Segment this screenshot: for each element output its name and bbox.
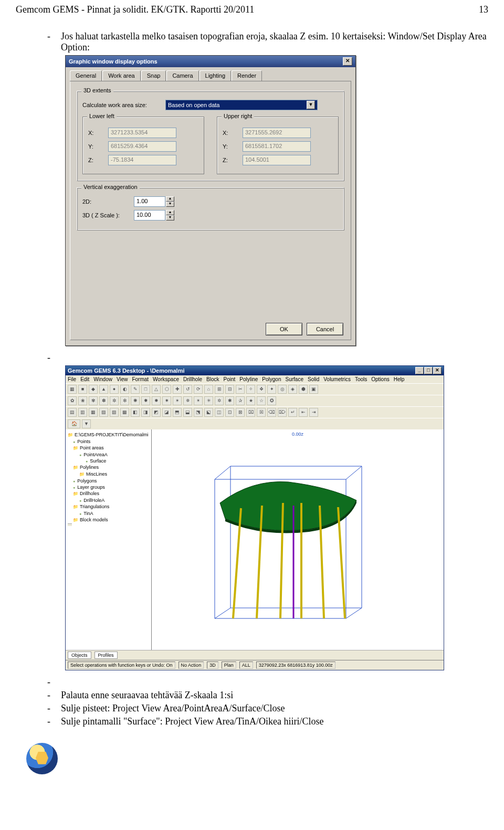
toolbar-icon[interactable]: ☒: [257, 408, 266, 417]
menu-tools[interactable]: Tools: [355, 376, 367, 382]
ll-x-field[interactable]: 3271233.5354: [108, 128, 176, 138]
toolbar-icon[interactable]: ☆: [257, 396, 266, 405]
project-tree[interactable]: E:\GEMS-PROJEKTIT\Demomalmi Points Point…: [66, 429, 152, 650]
menu-drillhole[interactable]: Drillhole: [183, 376, 202, 382]
toolbar-icon[interactable]: ⌧: [246, 408, 255, 417]
close-icon[interactable]: ✕: [433, 367, 442, 374]
tree-item[interactable]: TinA: [68, 510, 149, 517]
ok-button[interactable]: OK: [266, 323, 302, 335]
toolbar-icon[interactable]: ◩: [152, 408, 161, 417]
toolbar-icon[interactable]: ⊡: [225, 408, 234, 417]
toolbar-icon[interactable]: ⬒: [173, 408, 182, 417]
menu-point[interactable]: Point: [224, 376, 236, 382]
tab-objects[interactable]: Objects: [68, 652, 91, 659]
tree-item[interactable]: Point areas: [68, 445, 149, 451]
tree-item[interactable]: Block models: [68, 517, 149, 523]
chevron-down-icon[interactable]: ▼: [307, 101, 315, 109]
toolbar-icon[interactable]: ◈: [288, 385, 297, 394]
toolbar-icon[interactable]: ▣: [309, 385, 318, 394]
toolbar-icon[interactable]: ⟳: [194, 385, 203, 394]
menu-workspace[interactable]: Workspace: [153, 376, 179, 382]
tree-root[interactable]: E:\GEMS-PROJEKTIT\Demomalmi: [68, 432, 149, 438]
ll-y-field[interactable]: 6815259.4364: [108, 141, 176, 152]
menu-edit[interactable]: Edit: [80, 376, 89, 382]
toolbar-icon[interactable]: ⇥: [309, 408, 318, 417]
toolbar-icon[interactable]: ◫: [215, 408, 224, 417]
toolbar-icon[interactable]: ▦: [89, 408, 98, 417]
toolbar-icon[interactable]: ✹: [141, 396, 150, 405]
twod-spinner[interactable]: ▲▼: [166, 196, 174, 207]
minimize-icon[interactable]: _: [415, 367, 424, 374]
tree-item[interactable]: Polygons: [68, 478, 149, 484]
toolbar-icon[interactable]: ⌦: [278, 408, 287, 417]
tree-item[interactable]: PointAreaA: [68, 451, 149, 458]
toolbar-icon[interactable]: △: [152, 385, 161, 394]
toolbar-icon[interactable]: ▲: [99, 385, 108, 394]
toolbar-icon[interactable]: ▨: [110, 408, 119, 417]
toolbar-icon[interactable]: 🏠: [68, 419, 80, 428]
toolbar-icon[interactable]: ▥: [78, 408, 87, 417]
toolbar-icon[interactable]: ✪: [267, 396, 276, 405]
menu-view[interactable]: View: [117, 376, 128, 382]
toolbar-icon[interactable]: ❖: [257, 385, 266, 394]
toolbar-icon[interactable]: ◨: [141, 408, 150, 417]
close-icon[interactable]: ✕: [343, 57, 352, 66]
toolbar-icon[interactable]: ▤: [68, 408, 77, 417]
toolbar-icon[interactable]: ✎: [131, 385, 140, 394]
tree-item[interactable]: Points: [68, 438, 149, 445]
toolbar-icon[interactable]: ❀: [78, 396, 87, 405]
toolbar-icon[interactable]: ✼: [110, 396, 119, 405]
toolbar-icon[interactable]: ✵: [183, 396, 192, 405]
toolbar-icon[interactable]: ✸: [152, 396, 161, 405]
maximize-icon[interactable]: □: [424, 367, 433, 374]
toolbar-icon[interactable]: ✺: [131, 396, 140, 405]
tab-work-area[interactable]: Work area: [102, 70, 141, 81]
menu-file[interactable]: File: [68, 376, 76, 382]
menu-volumetrics[interactable]: Volumetrics: [323, 376, 351, 382]
toolbar-icon[interactable]: ⬡: [162, 385, 171, 394]
menu-polygon[interactable]: Polygon: [262, 376, 281, 382]
toolbar-icon[interactable]: ↺: [183, 385, 192, 394]
viewport-3d[interactable]: 0.00z: [152, 429, 444, 650]
twod-field[interactable]: 1.00: [134, 196, 165, 207]
toolbar-icon[interactable]: ⬢: [299, 385, 308, 394]
menu-polyline[interactable]: Polyline: [239, 376, 258, 382]
toolbar-icon[interactable]: ●: [110, 385, 119, 394]
tab-general[interactable]: General: [70, 70, 102, 81]
toolbar-icon[interactable]: ✿: [68, 396, 77, 405]
menu-format[interactable]: Format: [132, 376, 149, 382]
toolbar-icon[interactable]: ▦: [68, 385, 77, 394]
tree-item[interactable]: Polylines: [68, 464, 149, 471]
toolbar-icon[interactable]: ◎: [278, 385, 287, 394]
toolbar-icon[interactable]: ▩: [120, 408, 129, 417]
menu-window[interactable]: Window: [93, 376, 112, 382]
tree-item[interactable]: Triangulations: [68, 503, 149, 510]
menu-block[interactable]: Block: [206, 376, 219, 382]
threed-spinner[interactable]: ▲▼: [166, 210, 174, 220]
tab-profiles[interactable]: Profiles: [94, 652, 118, 659]
toolbar-icon[interactable]: ✽: [99, 396, 108, 405]
toolbar-icon[interactable]: ✱: [225, 396, 234, 405]
toolbar-icon[interactable]: ⌫: [267, 408, 276, 417]
toolbar-icon[interactable]: ⊞: [215, 385, 224, 394]
toolbar-icon[interactable]: ✻: [120, 396, 129, 405]
menu-solid[interactable]: Solid: [308, 376, 319, 382]
toolbar-icon[interactable]: ⊠: [236, 408, 245, 417]
toolbar-icon[interactable]: ◆: [89, 385, 98, 394]
toolbar-icon[interactable]: ✶: [173, 396, 182, 405]
tree-item[interactable]: Surface: [68, 458, 149, 464]
toolbar-icon[interactable]: ★: [246, 396, 255, 405]
toolbar-icon[interactable]: ⇤: [299, 408, 308, 417]
toolbar-icon[interactable]: □: [141, 385, 150, 394]
toolbar-icon[interactable]: ⌂: [204, 385, 213, 394]
toolbar-icon[interactable]: ✳: [204, 396, 213, 405]
ll-z-field[interactable]: -75.1834: [108, 155, 176, 165]
toolbar-icon[interactable]: ✴: [194, 396, 203, 405]
ur-z-field[interactable]: 104.5001: [243, 155, 311, 165]
toolbar-icon[interactable]: ⬕: [204, 408, 213, 417]
toolbar-icon[interactable]: ✂: [236, 385, 245, 394]
toolbar-icon[interactable]: ✦: [267, 385, 276, 394]
toolbar-icon[interactable]: ▧: [99, 408, 108, 417]
ur-y-field[interactable]: 6815581.1702: [243, 141, 311, 152]
tab-camera[interactable]: Camera: [166, 70, 198, 81]
